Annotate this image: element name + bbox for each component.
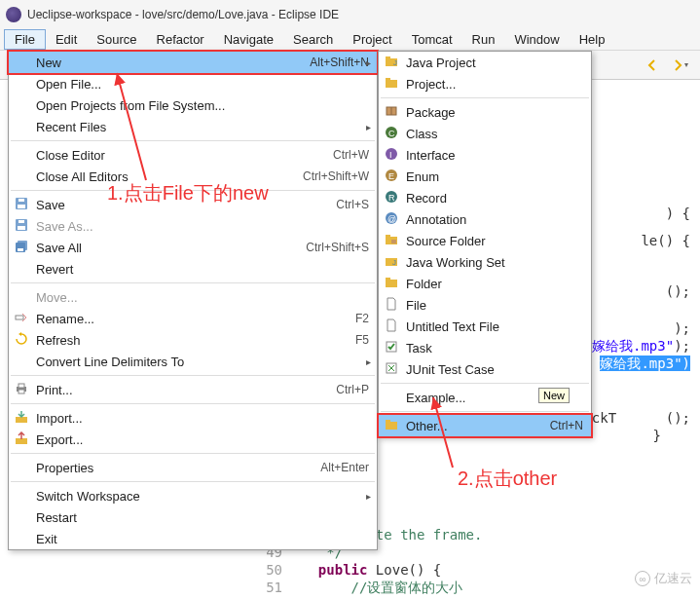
disk-icon [15,218,30,234]
srcfolder-icon [385,233,400,248]
filemenu-item-refresh[interactable]: RefreshF5 [9,329,377,351]
submenu-item-untitled-text-file[interactable]: Untitled Text File [379,316,591,337]
menu-item-shortcut: Ctrl+N [550,419,583,432]
menu-source[interactable]: Source [87,30,146,49]
filemenu-separator [11,140,375,141]
file-menu-dropdown: NewAlt+Shift+N▸Open File...Open Projects… [8,51,378,550]
submenu-item-other[interactable]: Other...Ctrl+N [379,415,591,436]
submenu-item-class[interactable]: CClass [379,123,591,144]
menu-item-shortcut: Ctrl+W [333,148,369,162]
interface-icon: I [385,147,400,163]
svg-rect-38 [386,278,390,281]
menu-item-shortcut: Ctrl+S [336,198,369,211]
filemenu-separator [11,453,375,454]
svg-rect-1 [18,205,25,208]
menu-help[interactable]: Help [570,30,615,49]
svg-rect-19 [386,78,390,81]
menu-item-label: Convert Line Delimiters To [36,355,184,369]
filemenu-item-export[interactable]: Export... [9,429,377,450]
svg-rect-12 [18,390,24,393]
menu-item-shortcut: Alt+Enter [320,461,369,474]
svg-text:@: @ [387,214,396,224]
submenu-separator [381,97,589,98]
menu-item-label: Move... [36,290,78,305]
submenu-item-package[interactable]: Package [379,101,591,123]
svg-rect-8 [18,248,23,251]
disk-icon [15,197,30,212]
menu-search[interactable]: Search [283,30,343,49]
filemenu-item-switch-workspace[interactable]: Switch Workspace▸ [9,485,377,506]
menu-item-label: Switch Workspace [36,489,140,504]
record-icon: R [385,190,400,206]
menu-refactor[interactable]: Refactor [147,30,214,49]
menu-item-label: Open File... [36,77,101,92]
back-button[interactable] [642,55,663,76]
svg-rect-9 [16,316,23,319]
menu-item-label: Package [406,105,456,120]
filemenu-item-exit[interactable]: Exit [9,528,377,549]
menu-project[interactable]: Project [343,30,401,49]
menu-item-label: New [36,56,61,70]
filemenu-item-save-all[interactable]: Save AllCtrl+Shift+S [9,237,377,258]
annotation-2: 2.点击other [458,466,557,492]
menu-item-label: Java Project [406,56,476,70]
svg-text:E: E [388,171,394,181]
filemenu-item-open-projects-from-file-system[interactable]: Open Projects from File System... [9,94,377,116]
svg-rect-5 [18,220,24,223]
javaproj-icon: J [385,55,400,70]
menu-run[interactable]: Run [462,30,505,49]
menu-item-label: Task [406,341,432,356]
filemenu-item-restart[interactable]: Restart [9,506,377,528]
svg-rect-11 [18,384,24,388]
menu-tomcat[interactable]: Tomcat [402,30,462,49]
submenu-item-java-working-set[interactable]: JJava Working Set [379,251,591,273]
workingset-icon: J [385,254,400,270]
submenu-item-junit-test-case[interactable]: JUnit Test Case [379,358,591,380]
filemenu-item-new[interactable]: NewAlt+Shift+N▸ [9,52,377,73]
submenu-item-task[interactable]: Task [379,337,591,358]
submenu-item-folder[interactable]: Folder [379,273,591,294]
svg-rect-33 [386,235,390,238]
menu-item-label: Revert [36,262,73,277]
filemenu-item-rename[interactable]: Rename...F2 [9,308,377,329]
menu-item-label: Save All [36,241,82,255]
submenu-item-file[interactable]: File [379,294,591,316]
filemenu-item-revert[interactable]: Revert [9,258,377,280]
task-icon [385,340,400,356]
menu-item-label: Enum [406,169,439,184]
filemenu-item-convert-line-delimiters-to[interactable]: Convert Line Delimiters To▸ [9,351,377,372]
menu-item-label: Refresh [36,333,81,348]
filemenu-item-properties[interactable]: PropertiesAlt+Enter [9,457,377,478]
refresh-icon [15,332,30,348]
filemenu-item-import[interactable]: Import... [9,407,377,429]
menu-item-shortcut: Alt+Shift+N [310,56,369,69]
submenu-separator [381,383,589,384]
menu-navigate[interactable]: Navigate [214,30,283,49]
forward-button[interactable]: ▾ [669,55,690,76]
submenu-item-java-project[interactable]: JJava Project [379,52,591,73]
svg-rect-41 [386,422,397,430]
svg-text:R: R [388,193,395,203]
menu-file[interactable]: File [4,29,46,50]
svg-rect-4 [18,226,25,230]
filemenu-item-open-file[interactable]: Open File... [9,73,377,94]
filemenu-item-close-editor[interactable]: Close EditorCtrl+W [9,144,377,166]
svg-text:J: J [392,258,396,267]
menu-item-label: JUnit Test Case [406,362,495,377]
menu-item-label: Folder [406,277,442,291]
filemenu-item-print[interactable]: Print...Ctrl+P [9,379,377,400]
submenu-item-annotation[interactable]: @Annotation [379,208,591,230]
menu-edit[interactable]: Edit [46,30,87,49]
submenu-item-enum[interactable]: EEnum [379,166,591,187]
menu-item-label: Class [406,127,438,141]
menu-window[interactable]: Window [504,30,569,49]
submenu-item-project[interactable]: Project... [379,73,591,94]
filemenu-item-recent-files[interactable]: Recent Files▸ [9,116,377,137]
menu-item-label: Project... [406,77,456,92]
chevron-right-icon: ▸ [366,491,371,502]
submenu-item-interface[interactable]: IInterface [379,144,591,166]
submenu-item-source-folder[interactable]: Source Folder [379,230,591,251]
submenu-item-record[interactable]: RRecord [379,187,591,208]
menu-item-shortcut: F2 [355,312,369,325]
svg-text:I: I [389,150,392,160]
